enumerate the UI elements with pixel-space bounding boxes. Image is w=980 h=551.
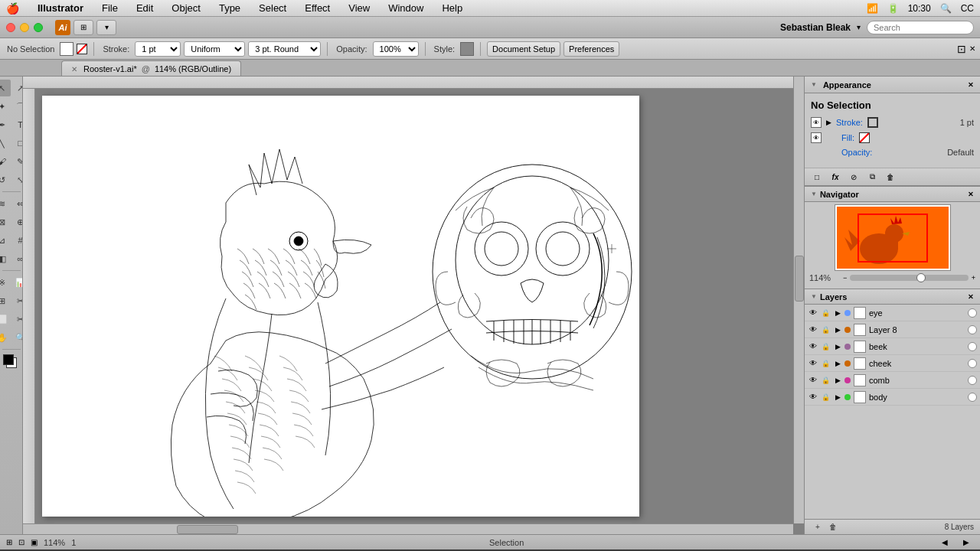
icon-btn-1[interactable]: ⊞: [74, 20, 93, 35]
icon-btn-2[interactable]: ▾: [96, 20, 116, 35]
canvas-area[interactable]: [23, 77, 804, 534]
doc-setup-button[interactable]: Document Setup: [487, 41, 560, 57]
slice-tool[interactable]: ✂: [12, 292, 24, 309]
nav-zoom-in-icon[interactable]: +: [972, 274, 975, 282]
maximize-button[interactable]: [34, 23, 43, 32]
magic-wand-tool[interactable]: ✦: [0, 98, 11, 115]
layer-item-comb[interactable]: 👁 🔒 ▶ comb: [805, 372, 980, 389]
navigator-close[interactable]: ✕: [968, 191, 974, 198]
width-tool[interactable]: ⇔: [12, 195, 24, 212]
stroke-label-ap[interactable]: Stroke:: [836, 118, 863, 127]
layer-vis-cheek[interactable]: 👁: [808, 358, 818, 369]
perspective-tool[interactable]: ⊿: [0, 232, 11, 249]
menu-effect[interactable]: Effect: [302, 2, 333, 14]
fill-visibility[interactable]: 👁: [811, 132, 822, 143]
stroke-swatch-toolbar[interactable]: [77, 44, 87, 54]
type-tool[interactable]: T: [12, 116, 24, 133]
appearance-panel-header[interactable]: ▼ Appearance ✕: [805, 77, 980, 93]
stroke-expand-icon[interactable]: ▶: [826, 119, 831, 126]
collapse-arrow-nav[interactable]: ▼: [811, 191, 817, 197]
layer-circle-comb[interactable]: [968, 376, 977, 385]
layers-delete-btn[interactable]: 🗑: [826, 521, 840, 533]
layer-item-layer8[interactable]: 👁 🔒 ▶ Layer 8: [805, 321, 980, 338]
lasso-tool[interactable]: ⌒: [12, 98, 24, 115]
menu-object[interactable]: Object: [168, 2, 204, 14]
status-prev-btn[interactable]: ◀: [937, 536, 952, 549]
layer-item-eye[interactable]: 👁 🔒 ▶ eye: [805, 305, 980, 321]
layers-add-btn[interactable]: +: [811, 521, 825, 533]
rotate-tool[interactable]: ↺: [0, 171, 11, 188]
stroke-visibility[interactable]: 👁: [811, 117, 822, 128]
search-input[interactable]: [867, 21, 974, 34]
stroke-style-select[interactable]: Uniform: [184, 41, 245, 57]
layer-expand-beek[interactable]: ▶: [832, 341, 843, 352]
layers-header[interactable]: ▼ Layers ✕: [805, 289, 980, 305]
stroke-icon-ap[interactable]: [867, 117, 878, 128]
status-next-btn[interactable]: ▶: [959, 536, 974, 549]
layer-vis-layer8[interactable]: 👁: [808, 324, 818, 335]
layer-expand-layer8[interactable]: ▶: [832, 324, 843, 335]
menu-type[interactable]: Type: [216, 2, 243, 14]
apple-menu[interactable]: 🍎: [6, 2, 19, 15]
pencil-tool[interactable]: ✎: [12, 153, 24, 170]
column-graph-tool[interactable]: 📊: [12, 274, 24, 291]
layer-expand-cheek[interactable]: ▶: [832, 358, 843, 369]
stroke-color-swatch[interactable]: [3, 354, 14, 365]
appearance-delete[interactable]: 🗑: [883, 170, 898, 184]
layer-item-body[interactable]: 👁 🔒 ▶ body: [805, 389, 980, 406]
navigator-zoom-thumb[interactable]: [916, 273, 926, 282]
blend-tool[interactable]: ∞: [12, 250, 24, 267]
appearance-duplicate[interactable]: ⧉: [864, 170, 880, 184]
scroll-vertical[interactable]: [793, 77, 804, 523]
layer-vis-body[interactable]: 👁: [808, 392, 818, 403]
menu-select[interactable]: Select: [256, 2, 289, 14]
layer-circle-body[interactable]: [968, 393, 977, 402]
appearance-fx[interactable]: fx: [828, 170, 843, 184]
appearance-add-effect[interactable]: □: [809, 170, 825, 184]
fill-swatch-ap[interactable]: [859, 132, 870, 143]
menu-help[interactable]: Help: [439, 2, 466, 14]
navigator-zoom-slider[interactable]: [850, 275, 968, 281]
layer-expand-body[interactable]: ▶: [832, 392, 843, 403]
layer-expand-comb[interactable]: ▶: [832, 375, 843, 386]
layer-circle-layer8[interactable]: [968, 325, 977, 334]
opacity-select[interactable]: 100%: [373, 41, 419, 57]
navigator-thumbnail[interactable]: [835, 205, 950, 270]
layers-close[interactable]: ✕: [968, 293, 974, 301]
layer-lock-eye[interactable]: 🔒: [820, 308, 831, 318]
status-icon-3[interactable]: ▣: [31, 538, 38, 546]
layer-item-cheek[interactable]: 👁 🔒 ▶ cheek: [805, 355, 980, 372]
artboard-tool[interactable]: ⊞: [0, 292, 11, 309]
zoom-tool[interactable]: 🔍: [12, 329, 24, 346]
nav-zoom-out-icon[interactable]: −: [843, 274, 847, 282]
paintbrush-tool[interactable]: 🖌: [0, 153, 11, 170]
menu-edit[interactable]: Edit: [133, 2, 156, 14]
document-tab[interactable]: ✕ Rooster-v1.ai* @ 114% (RGB/Outline): [61, 60, 241, 76]
fill-swatch[interactable]: [60, 42, 74, 56]
toolbar-close-icon[interactable]: ✕: [969, 44, 975, 53]
stroke-cap-select[interactable]: 3 pt. Round: [248, 41, 321, 57]
navigator-header[interactable]: ▼ Navigator ✕: [805, 187, 980, 202]
status-icon-1[interactable]: ⊞: [6, 538, 12, 546]
gradient-tool[interactable]: ◧: [0, 250, 11, 267]
artboard[interactable]: [42, 96, 639, 517]
layer-vis-eye[interactable]: 👁: [808, 308, 818, 318]
appearance-circle-btn[interactable]: ⊘: [846, 170, 861, 184]
selection-tool[interactable]: ↖: [0, 80, 11, 96]
layer-expand-eye[interactable]: ▶: [832, 308, 843, 318]
preferences-button[interactable]: Preferences: [564, 41, 619, 57]
direct-selection-tool[interactable]: ↗: [12, 80, 24, 96]
collapse-arrow-appearance[interactable]: ▼: [811, 81, 817, 88]
layer-circle-cheek[interactable]: [968, 359, 977, 368]
layer-circle-eye[interactable]: [968, 308, 977, 318]
menu-window[interactable]: Window: [385, 2, 426, 14]
search-icon[interactable]: 🔍: [940, 3, 952, 14]
menu-file[interactable]: File: [99, 2, 121, 14]
scale-tool[interactable]: ⤡: [12, 171, 24, 188]
layer-lock-body[interactable]: 🔒: [820, 392, 831, 403]
hand-tool[interactable]: ✋: [0, 329, 11, 346]
mesh-tool[interactable]: #: [12, 232, 24, 249]
layer-lock-cheek[interactable]: 🔒: [820, 358, 831, 369]
collapse-arrow-layers[interactable]: ▼: [811, 293, 817, 300]
fill-label-ap[interactable]: Fill:: [841, 133, 854, 142]
